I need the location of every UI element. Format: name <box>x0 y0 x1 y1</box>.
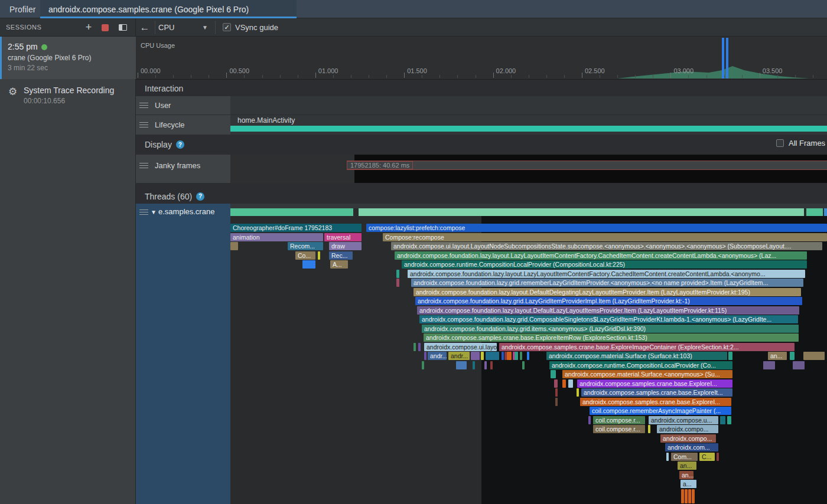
flame-segment[interactable]: androidx.compose.samples.crane.base.Expl… <box>424 333 799 342</box>
flame-segment[interactable]: androidx.compose.foundation.lazy.grid.La… <box>415 297 802 305</box>
flame-segment[interactable]: androidx.com... <box>665 443 718 451</box>
flame-segment-chip[interactable] <box>473 361 475 369</box>
flame-segment[interactable]: androidx.compose.samples.crane.base.Expl… <box>581 388 732 397</box>
flame-segment-chip[interactable] <box>688 489 691 503</box>
flame-segment-chip[interactable] <box>522 361 525 369</box>
flame-segment[interactable]: traversal <box>324 233 362 241</box>
collapse-panel-icon[interactable] <box>116 18 130 37</box>
flame-segment[interactable]: Com... <box>671 453 698 461</box>
janky-track-label[interactable]: Janky frames <box>136 155 230 183</box>
lifecycle-activity-bar[interactable] <box>230 126 827 132</box>
flame-segment-chip[interactable] <box>490 361 493 369</box>
expand-triangle-icon[interactable]: ▼ <box>151 209 157 215</box>
flame-segment[interactable]: animation <box>230 233 323 241</box>
lifecycle-track-lane[interactable]: home.MainActivity <box>230 115 827 135</box>
flame-segment-chip[interactable] <box>568 379 573 388</box>
flame-segment-chip[interactable] <box>554 379 558 388</box>
janky-frame-band[interactable]: 17952185: 40.62 ms <box>347 161 827 170</box>
drag-handle-icon[interactable] <box>139 103 148 109</box>
session-entry[interactable]: 2:55 pm crane (Google Pixel 6 Pro) 3 min… <box>0 37 136 79</box>
flame-segment[interactable]: androidx.compose.foundation.lazy.grid.it… <box>422 325 799 333</box>
flame-segment[interactable]: androidx.compose.foundation.lazy.grid.Co… <box>419 315 798 323</box>
flame-segment-chip[interactable] <box>396 270 399 278</box>
flame-segment[interactable]: C... <box>699 453 715 461</box>
flame-segment[interactable]: Recom... <box>288 242 323 250</box>
flame-segment-chip[interactable] <box>555 388 558 397</box>
flame-segment[interactable]: coil.compose.r... <box>593 416 645 424</box>
thread-state-segment[interactable] <box>230 208 353 216</box>
flame-segment[interactable]: androidx.compose.runtime.CompositionLoca… <box>549 361 732 369</box>
flame-segment[interactable]: A... <box>330 260 348 269</box>
flame-segment[interactable]: androidx.compose.foundation.lazy.layout.… <box>408 270 805 278</box>
flame-segment[interactable]: androidx.compose.foundation.lazy.layout.… <box>417 306 799 315</box>
flame-segment-chip[interactable] <box>484 361 487 369</box>
flame-segment-chip[interactable] <box>527 352 529 360</box>
flame-segment[interactable]: androidx.compo... <box>660 434 716 443</box>
all-frames-checkbox[interactable] <box>776 139 784 147</box>
flame-segment-chip[interactable] <box>418 343 421 351</box>
cpu-usage-track[interactable]: CPU Usage 00.00000.50001.00001.50002.000… <box>136 37 827 80</box>
flame-segment-chip[interactable] <box>562 379 566 388</box>
drag-handle-icon[interactable] <box>139 210 148 216</box>
flame-segment[interactable]: androidx.compose.material.Surface (Surfa… <box>546 352 727 360</box>
drag-handle-icon[interactable] <box>139 163 148 169</box>
flame-segment-chip[interactable] <box>422 361 424 369</box>
flame-segment[interactable]: andr... <box>428 352 447 360</box>
flame-segment[interactable]: androidx.compose.material.Surface.<anony… <box>562 370 732 378</box>
dropdown-caret-icon[interactable]: ▼ <box>202 18 211 37</box>
user-track-label[interactable]: User <box>136 96 230 114</box>
flame-segment[interactable]: Choreographer#doFrame 17952183 <box>230 224 362 232</box>
flame-segment-chip[interactable] <box>302 260 315 269</box>
flame-segment[interactable]: androidx.compose.samples.crane.base.Expl… <box>580 398 731 406</box>
thread-state-segment[interactable] <box>806 208 823 216</box>
vsync-guide-checkbox[interactable]: ✓ <box>223 23 231 31</box>
flame-segment[interactable]: coil.compose.rememberAsyncImagePainter (… <box>590 407 731 415</box>
help-icon[interactable]: ? <box>176 140 184 149</box>
drag-handle-icon[interactable] <box>139 122 148 129</box>
flame-segment-chip[interactable] <box>520 352 522 360</box>
flame-segment[interactable]: compose:lazylist:prefetch:compose <box>366 224 827 232</box>
flame-segment-chip[interactable] <box>481 352 484 360</box>
flame-segment-chip[interactable] <box>588 416 591 424</box>
flame-segment-chip[interactable] <box>471 352 480 360</box>
flame-segment[interactable]: androidx.compose.foundation.lazy.layout.… <box>414 288 801 296</box>
janky-frames-lane[interactable]: 17952185: 40.62 ms <box>230 155 827 183</box>
thread-flame-chart[interactable]: Choreographer#doFrame 17952183compose:la… <box>230 204 827 504</box>
flame-segment-chip[interactable] <box>692 489 695 503</box>
flame-segment[interactable]: Rec... <box>329 251 353 260</box>
flame-segment[interactable]: androidx.compose.ui.layout.LayoutNodeSub… <box>391 242 822 250</box>
flame-segment-chip[interactable] <box>318 251 320 260</box>
tab-session[interactable]: androidx.compose.samples.crane (Google P… <box>40 0 297 18</box>
flame-segment-chip[interactable] <box>681 489 684 503</box>
flame-segment[interactable]: Co... <box>295 251 315 260</box>
flame-segment-chip[interactable] <box>515 352 518 360</box>
add-session-icon[interactable]: + <box>82 18 96 37</box>
flame-segment-chip[interactable] <box>555 398 558 406</box>
flame-segment-chip[interactable] <box>803 352 825 360</box>
flame-segment-chip[interactable] <box>793 361 805 369</box>
flame-segment-chip[interactable] <box>685 489 688 503</box>
flame-segment[interactable]: an... <box>679 471 693 479</box>
flame-segment-chip[interactable] <box>456 361 467 369</box>
back-arrow-icon[interactable]: ← <box>137 18 152 37</box>
flame-segment-chip[interactable] <box>720 416 725 424</box>
flame-segment-chip[interactable] <box>648 425 650 433</box>
flame-segment-chip[interactable] <box>666 453 669 461</box>
thread-label-panel[interactable]: ▼ e.samples.crane <box>136 204 230 504</box>
help-icon[interactable]: ? <box>196 192 204 201</box>
flame-segment[interactable]: draw <box>329 242 362 250</box>
flame-segment[interactable]: androidx.compose.runtime.CompositionLoca… <box>402 260 807 269</box>
flame-segment[interactable]: androidx.compose.foundation.lazy.layout.… <box>395 251 807 260</box>
flame-segment[interactable]: an... <box>678 462 696 470</box>
flame-segment-chip[interactable] <box>790 352 795 360</box>
flame-segment-chip[interactable] <box>502 352 504 360</box>
flame-segment[interactable]: an... <box>768 352 787 360</box>
flame-segment[interactable]: coil.compose.r... <box>593 425 645 433</box>
flame-segment-chip[interactable] <box>414 343 416 351</box>
flame-segment-chip[interactable] <box>507 352 512 360</box>
recording-entry[interactable]: ⚙ System Trace Recording 00:00:10.656 <box>0 79 136 107</box>
flame-segment[interactable]: androidx.compose.foundation.lazy.grid.re… <box>411 279 803 287</box>
flame-segment-chip[interactable] <box>763 361 775 369</box>
user-track-lane[interactable] <box>230 96 827 114</box>
flame-segment[interactable]: androidx.compose.samples.crane.base.Expl… <box>499 343 795 351</box>
